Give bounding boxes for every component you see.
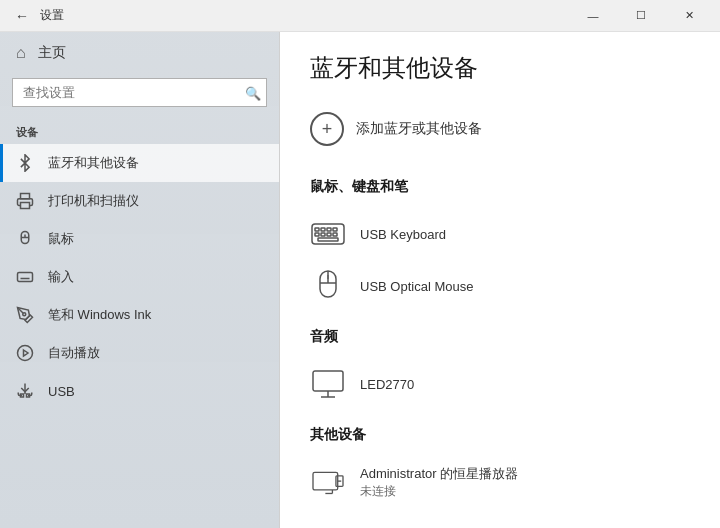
section-header-other: 其他设备 xyxy=(310,426,690,444)
bluetooth-icon xyxy=(16,154,36,172)
sidebar-item-bluetooth[interactable]: 蓝牙和其他设备 xyxy=(0,144,279,182)
close-button[interactable]: ✕ xyxy=(666,0,712,32)
sidebar-item-mouse[interactable]: 鼠标 xyxy=(0,220,279,258)
sidebar-label-printer: 打印机和扫描仪 xyxy=(48,192,139,210)
svg-rect-13 xyxy=(333,228,337,231)
section-header-audio: 音频 xyxy=(310,328,690,346)
svg-rect-1 xyxy=(21,203,30,209)
add-device-button[interactable]: + 添加蓝牙或其他设备 xyxy=(310,108,690,150)
usb-icon xyxy=(16,382,36,400)
main-content: 蓝牙和其他设备 + 添加蓝牙或其他设备 鼠标、键盘和笔 xyxy=(280,32,720,528)
titlebar-title: 设置 xyxy=(40,7,64,24)
admin-player-info: Administrator 的恒星播放器 未连接 xyxy=(360,465,518,500)
sidebar-item-printer[interactable]: 打印机和扫描仪 xyxy=(0,182,279,220)
usb-mouse-info: USB Optical Mouse xyxy=(360,279,473,294)
input-icon xyxy=(16,268,36,286)
svg-rect-14 xyxy=(315,233,319,236)
minimize-button[interactable]: — xyxy=(570,0,616,32)
back-button[interactable]: ← xyxy=(8,2,36,30)
section-audio: 音频 LED2770 xyxy=(310,328,690,410)
svg-rect-21 xyxy=(313,472,338,490)
section-keyboard-mouse: 鼠标、键盘和笔 xyxy=(310,178,690,312)
svg-rect-15 xyxy=(321,233,325,236)
sidebar-item-input[interactable]: 输入 xyxy=(0,258,279,296)
device-led2770[interactable]: LED2770 xyxy=(310,358,690,410)
admin-player-status: 未连接 xyxy=(360,483,518,500)
device-usb-keyboard[interactable]: USB Keyboard xyxy=(310,208,690,260)
search-input[interactable] xyxy=(12,78,267,107)
sidebar: ⌂ 主页 🔍 设备 蓝牙和其他设备 xyxy=(0,32,280,528)
svg-rect-18 xyxy=(318,238,338,241)
player-device-icon xyxy=(310,464,346,500)
svg-rect-0 xyxy=(21,194,30,199)
sidebar-section-label: 设备 xyxy=(0,119,279,144)
sidebar-item-autoplay[interactable]: 自动播放 xyxy=(0,334,279,372)
device-admin-player[interactable]: Administrator 的恒星播放器 未连接 xyxy=(310,456,690,508)
sidebar-item-pen[interactable]: 笔和 Windows Ink xyxy=(0,296,279,334)
usb-mouse-name: USB Optical Mouse xyxy=(360,279,473,294)
usb-keyboard-name: USB Keyboard xyxy=(360,227,446,242)
titlebar: ← 设置 — ☐ ✕ xyxy=(0,0,720,32)
home-icon: ⌂ xyxy=(16,44,26,62)
printer-icon xyxy=(16,192,36,210)
home-label: 主页 xyxy=(38,44,66,62)
svg-rect-16 xyxy=(327,233,331,236)
add-device-label: 添加蓝牙或其他设备 xyxy=(356,120,482,138)
svg-rect-10 xyxy=(315,228,319,231)
app-body: ⌂ 主页 🔍 设备 蓝牙和其他设备 xyxy=(0,32,720,528)
svg-rect-20 xyxy=(313,371,343,391)
usb-keyboard-info: USB Keyboard xyxy=(360,227,446,242)
monitor-icon xyxy=(310,366,346,402)
led2770-name: LED2770 xyxy=(360,377,414,392)
search-box: 🔍 xyxy=(12,78,267,107)
sidebar-label-usb: USB xyxy=(48,384,75,399)
sidebar-label-input: 输入 xyxy=(48,268,74,286)
admin-player-name: Administrator 的恒星播放器 xyxy=(360,465,518,483)
svg-rect-11 xyxy=(321,228,325,231)
mouse-device-icon xyxy=(310,268,346,304)
autoplay-icon xyxy=(16,344,36,362)
svg-point-5 xyxy=(18,346,33,361)
sidebar-item-usb[interactable]: USB xyxy=(0,372,279,410)
page-title: 蓝牙和其他设备 xyxy=(310,52,690,84)
svg-rect-12 xyxy=(327,228,331,231)
section-other: 其他设备 Administrator 的恒星播放器 未连接 xyxy=(310,426,690,508)
svg-marker-6 xyxy=(24,350,29,356)
section-header-kbmouse: 鼠标、键盘和笔 xyxy=(310,178,690,196)
svg-rect-17 xyxy=(333,233,337,236)
add-icon: + xyxy=(310,112,344,146)
svg-rect-3 xyxy=(18,273,33,282)
pen-icon xyxy=(16,306,36,324)
sidebar-label-autoplay: 自动播放 xyxy=(48,344,100,362)
keyboard-icon xyxy=(310,216,346,252)
svg-point-4 xyxy=(23,313,26,316)
led2770-info: LED2770 xyxy=(360,377,414,392)
device-usb-mouse[interactable]: USB Optical Mouse xyxy=(310,260,690,312)
window-controls: — ☐ ✕ xyxy=(570,0,712,32)
sidebar-label-pen: 笔和 Windows Ink xyxy=(48,306,151,324)
sidebar-item-home[interactable]: ⌂ 主页 xyxy=(0,32,279,74)
sidebar-label-bluetooth: 蓝牙和其他设备 xyxy=(48,154,139,172)
sidebar-label-mouse: 鼠标 xyxy=(48,230,74,248)
maximize-button[interactable]: ☐ xyxy=(618,0,664,32)
search-icon[interactable]: 🔍 xyxy=(245,85,261,100)
mouse-icon xyxy=(16,230,36,248)
